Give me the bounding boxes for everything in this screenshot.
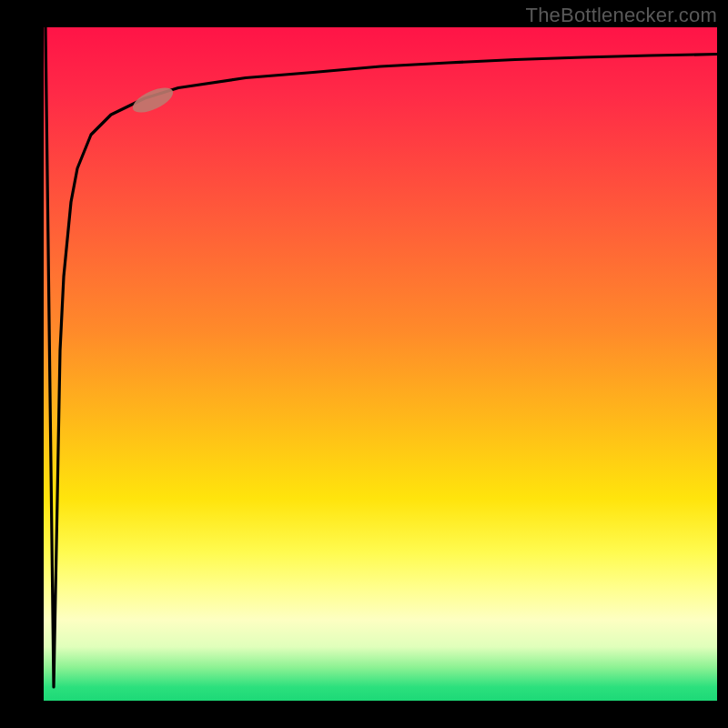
svg-point-0: [129, 83, 177, 117]
curve-marker: [129, 83, 177, 117]
chart-container: TheBottlenecker.com: [0, 0, 728, 728]
curve-overlay: [44, 27, 717, 701]
watermark-text: TheBottlenecker.com: [526, 4, 717, 27]
bottleneck-curve: [46, 27, 717, 687]
